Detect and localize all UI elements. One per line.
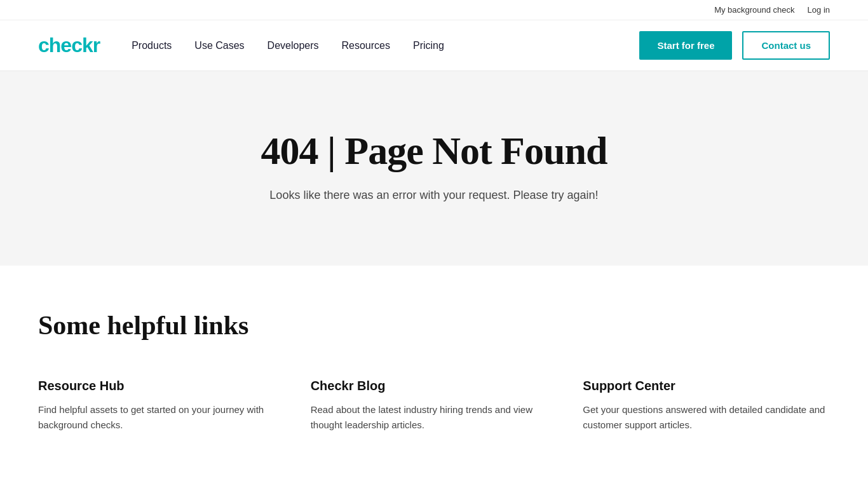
nav-links: Products Use Cases Developers Resources … — [132, 40, 639, 51]
helpful-links-title: Some helpful links — [38, 310, 830, 341]
nav-actions: Start for free Contact us — [639, 31, 830, 60]
my-background-check-link[interactable]: My background check — [714, 5, 794, 15]
nav-pricing[interactable]: Pricing — [413, 40, 444, 51]
link-card-support: Support Center Get your questions answer… — [583, 372, 830, 439]
link-card-blog: Checkr Blog Read about the latest indust… — [311, 372, 558, 439]
helpful-links-section: Some helpful links Resource Hub Find hel… — [0, 266, 868, 488]
logo[interactable]: checkr — [38, 34, 100, 57]
error-subtitle: Looks like there was an error with your … — [38, 189, 830, 202]
login-link[interactable]: Log in — [808, 5, 830, 15]
error-hero: 404 | Page Not Found Looks like there wa… — [0, 71, 868, 266]
contact-us-button[interactable]: Contact us — [742, 31, 830, 60]
support-description: Get your questions answered with detaile… — [583, 402, 830, 433]
start-for-free-button[interactable]: Start for free — [639, 31, 732, 60]
top-bar: My background check Log in — [0, 0, 868, 20]
nav-products[interactable]: Products — [132, 40, 172, 51]
links-grid: Resource Hub Find helpful assets to get … — [38, 372, 830, 439]
navbar: checkr Products Use Cases Developers Res… — [0, 20, 868, 71]
blog-title: Checkr Blog — [311, 379, 558, 393]
nav-resources[interactable]: Resources — [342, 40, 390, 51]
error-title: 404 | Page Not Found — [38, 128, 830, 173]
resource-hub-description: Find helpful assets to get started on yo… — [38, 402, 285, 433]
blog-description: Read about the latest industry hiring tr… — [311, 402, 558, 433]
link-card-resource-hub: Resource Hub Find helpful assets to get … — [38, 372, 285, 439]
nav-use-cases[interactable]: Use Cases — [194, 40, 244, 51]
resource-hub-title: Resource Hub — [38, 379, 285, 393]
support-title: Support Center — [583, 379, 830, 393]
nav-developers[interactable]: Developers — [268, 40, 319, 51]
